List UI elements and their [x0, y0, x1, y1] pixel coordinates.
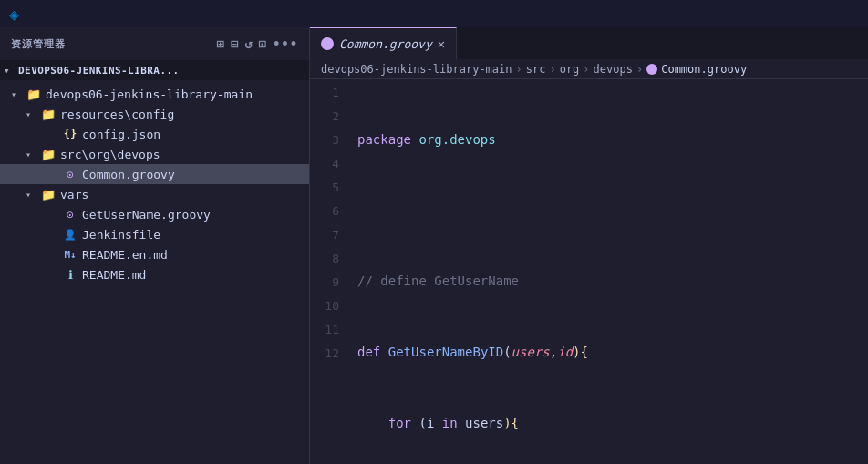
folder-icon: 📁 — [40, 148, 57, 161]
more-icon[interactable]: ••• — [273, 36, 298, 51]
sidebar-item-jenkinsfile[interactable]: 👤 Jenkinsfile — [0, 224, 309, 244]
token: ( — [503, 341, 511, 365]
breadcrumb-repo[interactable]: devops06-jenkins-library-main — [321, 63, 512, 76]
sidebar-item-label: src\org\devops — [60, 148, 160, 161]
sidebar-header-actions: ⊞ ⊟ ↺ ⊡ ••• — [217, 36, 298, 51]
sidebar-item-label: Jenkinsfile — [82, 228, 160, 242]
line-num-3: 3 — [310, 129, 339, 152]
chevron-down-icon: ▾ — [11, 89, 26, 99]
jenkinsfile-icon: 👤 — [62, 229, 78, 241]
token: ){ — [573, 341, 588, 365]
token: org.devops — [411, 129, 496, 152]
code-line-3: // define GetUserName — [357, 270, 868, 294]
sidebar-item-label: resources\config — [60, 108, 174, 121]
breadcrumb-file[interactable]: Common.groovy — [661, 63, 747, 76]
code-content[interactable]: package org.devops // define GetUserName… — [346, 79, 868, 464]
line-num-9: 9 — [310, 271, 339, 294]
folder-icon: 📁 — [26, 88, 42, 101]
sidebar-item-label: devops06-jenkins-library-main — [46, 88, 253, 101]
line-num-12: 12 — [310, 342, 339, 366]
token: ( — [411, 412, 427, 436]
line-num-7: 7 — [310, 223, 339, 247]
token: def — [357, 341, 380, 365]
chevron-down-icon: ▾ — [26, 150, 40, 160]
info-icon: ℹ — [62, 268, 78, 282]
groovy-icon: ⊙ — [62, 208, 78, 222]
line-num-5: 5 — [310, 176, 339, 200]
token: , — [550, 341, 557, 365]
chevron-down-icon: ▾ — [26, 109, 40, 119]
vscode-icon: ◈ — [9, 5, 19, 24]
sidebar: 资源管理器 ⊞ ⊟ ↺ ⊡ ••• ▾ DEVOPS06-JENKINS-LIB… — [0, 27, 310, 464]
sidebar-item-src[interactable]: ▾ 📁 src\org\devops — [0, 144, 309, 164]
line-num-6: 6 — [310, 200, 339, 223]
root-chevron[interactable]: ▾ — [4, 65, 18, 77]
token: i — [427, 412, 434, 436]
token — [357, 412, 388, 436]
line-num-11: 11 — [310, 318, 339, 342]
new-file-icon[interactable]: ⊞ — [217, 36, 225, 51]
breadcrumb-groovy-icon — [646, 64, 657, 75]
sidebar-item-label: config.json — [82, 128, 160, 141]
tab-close-button[interactable]: ✕ — [438, 37, 445, 50]
token: // define GetUserName — [357, 270, 519, 294]
token: id — [557, 341, 573, 365]
titlebar: ◈ — [0, 0, 868, 27]
sidebar-item-label: README.en.md — [82, 248, 168, 262]
breadcrumb-sep: › — [583, 63, 589, 76]
code-line-1: package org.devops — [357, 129, 868, 152]
token: GetUserNameByID — [388, 341, 503, 365]
sidebar-item-getuname[interactable]: ⊙ GetUserName.groovy — [0, 204, 309, 224]
groovy-icon: ⊙ — [62, 168, 78, 181]
breadcrumb: devops06-jenkins-library-main › src › or… — [310, 59, 868, 79]
sidebar-item-vars[interactable]: ▾ 📁 vars — [0, 184, 309, 204]
markdown-icon: M↓ — [62, 249, 78, 261]
chevron-down-icon: ▾ — [26, 190, 40, 200]
sidebar-item-resources[interactable]: ▾ 📁 resources\config — [0, 104, 309, 124]
editor-area: Common.groovy ✕ devops06-jenkins-library… — [310, 27, 868, 464]
token: users — [465, 412, 503, 436]
sidebar-item-common-groovy[interactable]: ⊙ Common.groovy — [0, 164, 309, 184]
groovy-tab-icon — [321, 37, 334, 50]
line-num-1: 1 — [310, 81, 339, 105]
breadcrumb-src[interactable]: src — [526, 63, 546, 76]
line-num-2: 2 — [310, 105, 339, 129]
code-line-4: def GetUserNameByID(users,id){ — [357, 341, 868, 365]
sidebar-item-devops-root[interactable]: ▾ 📁 devops06-jenkins-library-main — [0, 84, 309, 104]
tab-label: Common.groovy — [339, 37, 432, 51]
token: for — [388, 412, 411, 436]
tab-common-groovy[interactable]: Common.groovy ✕ — [310, 27, 457, 59]
breadcrumb-sep: › — [636, 63, 643, 76]
sidebar-item-readme[interactable]: ℹ README.md — [0, 264, 309, 284]
json-icon: {} — [62, 128, 78, 140]
line-num-4: 4 — [310, 152, 339, 176]
sidebar-tree: ▾ 📁 devops06-jenkins-library-main ▾ 📁 re… — [0, 80, 309, 464]
sidebar-item-readme-en[interactable]: M↓ README.en.md — [0, 244, 309, 264]
token: in — [434, 412, 465, 436]
token: users — [512, 341, 550, 365]
tab-bar: Common.groovy ✕ — [310, 27, 868, 59]
breadcrumb-sep: › — [549, 63, 555, 76]
main-layout: 资源管理器 ⊞ ⊟ ↺ ⊡ ••• ▾ DEVOPS06-JENKINS-LIB… — [0, 27, 868, 464]
code-line-5: for (i in users){ — [357, 412, 868, 436]
sidebar-item-label: README.md — [82, 268, 146, 282]
folder-icon: 📁 — [40, 108, 57, 121]
collapse-all-icon[interactable]: ⊡ — [259, 36, 267, 51]
breadcrumb-devops[interactable]: devops — [594, 63, 633, 76]
token: package — [357, 129, 411, 152]
line-num-10: 10 — [310, 294, 339, 318]
token — [380, 341, 388, 365]
sidebar-item-config-json[interactable]: {} config.json — [0, 124, 309, 144]
code-editor: 1 2 3 4 5 6 7 8 9 10 11 12 package org.d… — [310, 79, 868, 464]
sidebar-item-label: GetUserName.groovy — [82, 208, 211, 222]
breadcrumb-org[interactable]: org — [560, 63, 580, 76]
sidebar-item-label: Common.groovy — [82, 168, 175, 181]
breadcrumb-sep: › — [516, 63, 522, 76]
line-numbers: 1 2 3 4 5 6 7 8 9 10 11 12 — [310, 79, 346, 464]
refresh-icon[interactable]: ↺ — [244, 36, 253, 51]
folder-icon: 📁 — [40, 188, 57, 201]
sidebar-header: 资源管理器 ⊞ ⊟ ↺ ⊡ ••• — [0, 27, 309, 60]
new-folder-icon[interactable]: ⊟ — [231, 36, 239, 51]
sidebar-title: 资源管理器 — [11, 37, 65, 51]
root-label: DEVOPS06-JENKINS-LIBRA... — [18, 65, 180, 77]
